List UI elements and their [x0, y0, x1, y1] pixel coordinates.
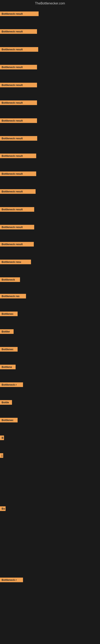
bottleneck-result-item[interactable]: Bottleneck result — [0, 154, 36, 158]
bottleneck-result-item[interactable]: Bottleneck — [0, 277, 20, 282]
bottleneck-result-item[interactable]: Bottleneck result — [0, 207, 34, 212]
bottleneck-result-item[interactable]: Bottleneck result — [0, 136, 37, 141]
bottleneck-result-item[interactable]: Bottleneck result — [0, 118, 37, 123]
bottleneck-result-item[interactable]: Bottlene — [0, 365, 16, 369]
bottleneck-result-item[interactable]: Bottleneck result — [0, 12, 39, 16]
bottleneck-result-item[interactable]: Bottleneck result — [0, 47, 38, 52]
bottleneck-result-item[interactable]: Bottleneck r — [0, 382, 23, 387]
bottleneck-result-item[interactable]: Bottleneck result — [0, 100, 37, 105]
bottleneck-result-item[interactable]: Bottleneck r — [0, 578, 23, 582]
bottleneck-result-item[interactable]: Bottle — [0, 400, 12, 405]
bottleneck-result-item[interactable]: Bottleneck result — [0, 83, 37, 87]
bottleneck-result-item[interactable]: B — [0, 436, 4, 440]
bottleneck-result-item[interactable]: Bottleneck result — [0, 172, 36, 176]
bottleneck-result-item[interactable]: Bottlenec — [0, 347, 18, 352]
site-title: TheBottlenecker.com — [0, 0, 100, 6]
bottleneck-result-item[interactable]: Bottleneck res — [0, 294, 26, 298]
bottleneck-result-item[interactable]: Bottleneck result — [0, 189, 36, 194]
bottleneck-result-item[interactable]: Bottlenec — [0, 312, 18, 316]
bottleneck-result-item[interactable]: Bottleneck result — [0, 242, 34, 246]
bottleneck-result-item[interactable]: Bo — [0, 506, 6, 511]
bottleneck-result-item[interactable]: Bottlenec — [0, 418, 18, 422]
bottleneck-result-item[interactable]: Bottleneck result — [0, 29, 37, 34]
bottleneck-result-item[interactable]: Bottleneck result — [0, 65, 37, 70]
bottleneck-result-item[interactable]: | — [0, 453, 3, 458]
bottleneck-result-item[interactable]: Bottleneck resu — [0, 260, 31, 264]
bottleneck-result-item[interactable]: Bottleneck result — [0, 225, 34, 230]
bottleneck-result-item[interactable]: Bottler — [0, 329, 14, 334]
